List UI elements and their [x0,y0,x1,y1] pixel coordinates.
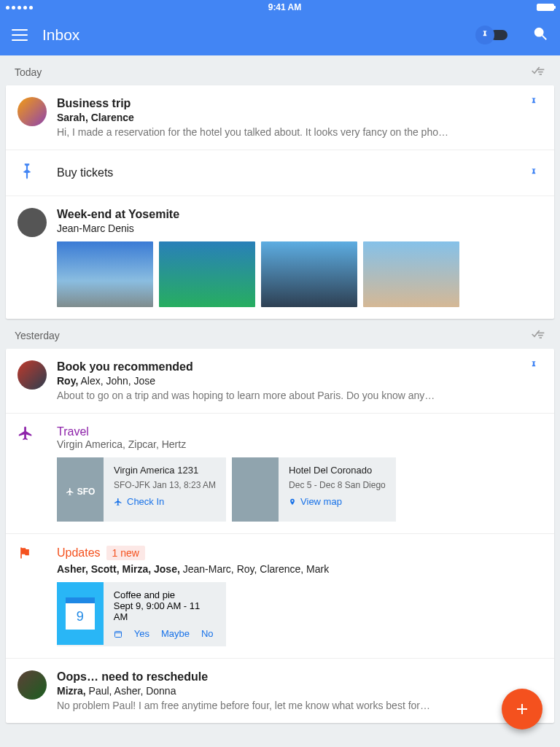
reminder-text: Buy tickets [57,166,525,179]
reminder-row[interactable]: Buy tickets [6,150,554,196]
attachment-thumb[interactable] [57,241,153,307]
bundle-title: Updates [57,546,101,560]
status-time: 9:41 AM [33,2,537,12]
event-title: Coffee and pie [114,589,216,600]
bundle-title: Travel [57,425,542,438]
svg-rect-8 [114,631,121,637]
attachment-thumb[interactable] [159,241,255,307]
avatar [18,670,47,700]
pin-icon[interactable] [525,97,542,138]
section-yesterday: Yesterday [15,330,60,341]
airplane-icon [18,425,57,522]
email-preview: Hi, I made a reservation for the hotel y… [57,126,525,138]
email-row[interactable]: Business trip Sarah, Clarence Hi, I made… [6,85,554,150]
bundle-travel[interactable]: Travel Virgin America, Zipcar, Hertz SFO… [6,414,554,534]
compose-button[interactable] [502,689,542,729]
attachment-thumb[interactable] [363,241,459,307]
app-bar: Inbox [0,15,560,55]
event-detail: Sept 9, 9:00 AM - 11 AM [114,600,216,622]
hotel-title: Hotel Del Coronado [289,465,386,476]
new-badge: 1 new [106,546,145,560]
avatar [18,97,47,126]
pin-icon[interactable] [525,168,542,178]
view-map-link[interactable]: View map [289,496,386,507]
email-subject: Business trip [57,97,525,110]
search-button[interactable] [532,26,548,44]
hotel-image [232,457,279,522]
bundle-senders-unread: Asher, Scott, Mirza, Jose, [57,563,180,575]
email-senders-rest: Paul, Asher, Donna [86,685,176,697]
pinned-toggle[interactable] [475,26,508,44]
email-senders-unread: Roy, [57,375,78,387]
svg-line-1 [542,36,547,40]
email-senders-unread: Mizra, [57,685,86,697]
section-today: Today [15,66,42,78]
rsvp-yes[interactable]: Yes [134,628,149,639]
flight-card[interactable]: SFO Virgin America 1231 SFO-JFK Jan 13, … [57,457,226,522]
rsvp-maybe[interactable]: Maybe [161,628,190,639]
plus-icon [513,700,531,718]
hotel-card[interactable]: Hotel Del Coronado Dec 5 - Dec 8 San Die… [232,457,396,522]
bundle-senders: Virgin America, Zipcar, Hertz [57,438,542,450]
svg-point-0 [535,28,543,36]
menu-button[interactable] [12,29,28,41]
hotel-detail: Dec 5 - Dec 8 San Diego [289,480,386,490]
bundle-updates[interactable]: Updates 1 new Asher, Scott, Mirza, Jose,… [6,534,554,659]
calendar-event-card[interactable]: 9 Coffee and pie Sept 9, 9:00 AM - 11 AM… [57,582,226,646]
check-in-link[interactable]: Check In [114,496,216,507]
email-row[interactable]: Week-end at Yosemite Jean-Marc Denis [6,196,554,319]
email-subject: Oops… need to reschedule [57,670,542,684]
email-senders: Jean-Marc Denis [57,222,542,234]
email-subject: Week-end at Yosemite [57,208,542,221]
pin-icon[interactable] [525,360,542,401]
reminder-icon [18,162,57,184]
rsvp-no[interactable]: No [201,628,214,639]
calendar-icon: 9 [57,582,104,645]
flight-title: Virgin America 1231 [114,465,216,476]
signal-dots-icon [6,6,33,9]
sweep-button[interactable] [531,66,545,78]
pin-icon [475,26,494,44]
flight-image: SFO [57,457,104,522]
avatar [18,360,47,390]
airport-code-overlay: SFO [57,487,104,497]
status-bar: 9:41 AM [0,0,560,15]
flight-detail: SFO-JFK Jan 13, 8:23 AM [114,480,216,490]
email-subject: Book you recommended [57,360,525,374]
attachment-thumb[interactable] [261,241,357,307]
photo-attachments [57,241,542,307]
battery-icon [537,4,554,11]
page-title: Inbox [42,26,461,44]
bundle-senders-rest: Jean-Marc, Roy, Clarence, Mark [180,563,329,575]
flag-icon [18,546,57,646]
email-preview: No problem Paul! I am free anytime befor… [57,700,542,711]
calendar-small-icon [114,630,122,638]
email-preview: About to go on a trip and was hoping to … [57,390,525,401]
email-senders: Sarah, Clarence [57,112,134,123]
avatar [18,208,47,237]
email-senders-rest: Alex, John, Jose [78,375,155,387]
email-row[interactable]: Book you recommended Roy, Alex, John, Jo… [6,349,554,414]
sweep-button[interactable] [531,329,545,341]
email-row[interactable]: Oops… need to reschedule Mizra, Paul, As… [6,659,554,723]
